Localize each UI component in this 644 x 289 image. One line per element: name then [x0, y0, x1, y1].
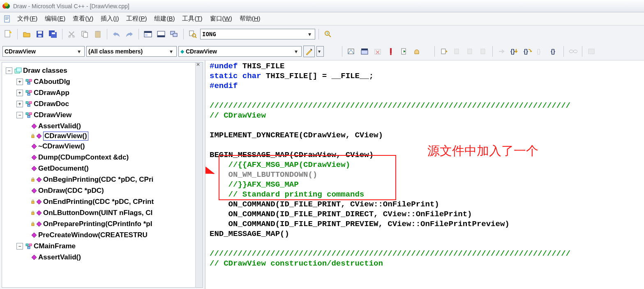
tree-class-label[interactable]: CDrawDoc [34, 98, 69, 109]
run-to-cursor-button[interactable]: {} [549, 46, 560, 57]
code-editor[interactable]: #undef THIS_FILE static char THIS_FILE[]… [205, 60, 644, 289]
class-combo[interactable]: CDrawView ▾ [2, 46, 85, 57]
menu-edit[interactable]: 编辑(E) [42, 13, 69, 24]
tree-member-label[interactable]: GetDocument() [38, 163, 89, 174]
svg-rect-56 [26, 90, 28, 92]
expander-icon[interactable]: + [16, 101, 23, 107]
menu-window[interactable]: 窗口(W) [207, 13, 235, 24]
breakpoint-hand-button[interactable] [411, 46, 423, 57]
tree-member-label[interactable]: PreCreateWindow(CREATESTRU [38, 229, 148, 240]
menu-project[interactable]: 工程(P) [123, 13, 150, 24]
tree-member-label[interactable]: OnDraw(CDC *pDC) [38, 185, 104, 196]
tree-member-label[interactable]: CDrawView() [43, 132, 88, 141]
chevron-down-icon[interactable]: ▾ [167, 48, 175, 55]
execute-button[interactable] [385, 46, 397, 57]
svg-rect-9 [38, 31, 42, 34]
apply-changes-button[interactable] [478, 46, 489, 57]
menu-file[interactable]: 文件(F) [14, 13, 41, 24]
svg-rect-27 [189, 31, 194, 36]
svg-point-36 [390, 53, 392, 55]
watch-window-button[interactable] [586, 46, 597, 57]
cut-button[interactable] [66, 28, 77, 40]
title-bar: Draw - Microsoft Visual C++ - [DrawView.… [0, 0, 644, 12]
chevron-down-icon[interactable]: ▾ [75, 48, 83, 55]
svg-rect-66 [26, 113, 28, 115]
svg-rect-71 [32, 136, 34, 138]
wizard-action-button[interactable] [303, 46, 315, 57]
build-button[interactable] [359, 46, 370, 57]
wizard-action-dropdown[interactable]: ▾ [316, 46, 324, 57]
svg-rect-57 [29, 90, 32, 92]
menu-insert[interactable]: 插入(I) [97, 13, 122, 24]
tree-scrollbar[interactable] [195, 62, 203, 287]
filter-combo-value: (All class members) [88, 48, 143, 55]
expander-icon[interactable]: − [6, 67, 12, 74]
step-into-button[interactable]: {} [509, 46, 521, 57]
svg-rect-40 [468, 49, 472, 54]
show-next-stmt-button[interactable] [496, 46, 508, 57]
step-out-button[interactable]: {} [536, 46, 547, 57]
svg-rect-48 [589, 49, 594, 54]
chevron-down-icon[interactable]: ▾ [292, 48, 300, 55]
tree-class-label[interactable]: CAboutDlg [34, 76, 70, 87]
undo-button[interactable] [111, 28, 122, 40]
new-text-file-button[interactable] [2, 28, 14, 40]
search-help-button[interactable]: ? [322, 28, 334, 40]
svg-text:{}: {} [510, 48, 515, 55]
svg-rect-61 [26, 102, 28, 104]
class-view-tree[interactable]: − Draw classes+ CAboutDlg+ CDrawApp+ CDr… [2, 62, 195, 287]
menu-view[interactable]: 查看(V) [69, 13, 97, 24]
restart-debug-button[interactable] [438, 46, 450, 57]
expander-icon[interactable]: − [16, 112, 23, 118]
filter-combo[interactable]: (All class members) ▾ [86, 46, 177, 57]
copy-button[interactable] [79, 28, 90, 40]
svg-rect-18 [95, 31, 100, 37]
member-combo[interactable]: ◆CDrawView ▾ [178, 46, 302, 57]
go-button[interactable] [398, 46, 410, 57]
redo-button[interactable] [124, 28, 135, 40]
workspace-button[interactable] [142, 28, 154, 40]
svg-rect-13 [52, 32, 55, 34]
find-combo[interactable]: IONG ▾ [200, 29, 315, 39]
save-button[interactable] [34, 28, 46, 40]
workspace-pane: ✕ − Draw classes+ CAboutDlg+ CDrawApp+ C… [0, 60, 205, 289]
tree-class-label[interactable]: CMainFrame [34, 240, 76, 252]
quickwatch-button[interactable] [567, 46, 579, 57]
tree-class-label[interactable]: CDrawApp [34, 87, 69, 98]
tree-member-label[interactable]: AssertValid() [38, 252, 81, 263]
svg-rect-58 [28, 93, 30, 95]
svg-text:{}: {} [537, 48, 541, 55]
svg-rect-76 [26, 244, 28, 246]
find-in-files-button[interactable] [187, 28, 199, 40]
expander-icon[interactable]: + [16, 90, 23, 96]
expander-icon[interactable]: − [16, 243, 23, 250]
pane-close-button[interactable]: ✕ [194, 61, 202, 68]
svg-rect-73 [32, 201, 34, 203]
window-list-button[interactable] [169, 28, 180, 40]
output-button[interactable] [155, 28, 167, 40]
svg-rect-75 [32, 224, 34, 226]
tree-member-label[interactable]: OnBeginPrinting(CDC *pDC, CPri [43, 174, 153, 185]
paste-button[interactable] [92, 28, 104, 40]
menu-build[interactable]: 组建(B) [151, 13, 178, 24]
mdi-doc-icon[interactable] [3, 15, 12, 23]
stop-build-button[interactable] [372, 46, 383, 57]
step-over-button[interactable]: {} [522, 46, 534, 57]
tree-member-label[interactable]: ~CDrawView() [38, 141, 85, 152]
tree-member-label[interactable]: AssertValid() [38, 120, 81, 132]
menu-help[interactable]: 帮助(H) [236, 13, 264, 24]
stop-debug-button[interactable] [451, 46, 463, 57]
break-button[interactable] [464, 46, 476, 57]
chevron-down-icon[interactable]: ▾ [306, 31, 313, 37]
diamond-icon: ◆ [180, 49, 184, 54]
tree-member-label[interactable]: OnEndPrinting(CDC *pDC, CPrint [43, 196, 154, 207]
expander-icon[interactable]: + [16, 79, 23, 85]
tree-member-label[interactable]: OnPreparePrinting(CPrintInfo *pI [43, 218, 152, 229]
open-button[interactable] [21, 28, 32, 40]
menu-tools[interactable]: 工具(T) [179, 13, 205, 24]
tree-member-label[interactable]: OnLButtonDown(UINT nFlags, CI [43, 207, 152, 218]
tree-class-label[interactable]: CDrawView [34, 109, 72, 120]
save-all-button[interactable] [47, 28, 59, 40]
compile-button[interactable] [346, 46, 357, 57]
tree-member-label[interactable]: Dump(CDumpContext &dc) [38, 152, 129, 163]
